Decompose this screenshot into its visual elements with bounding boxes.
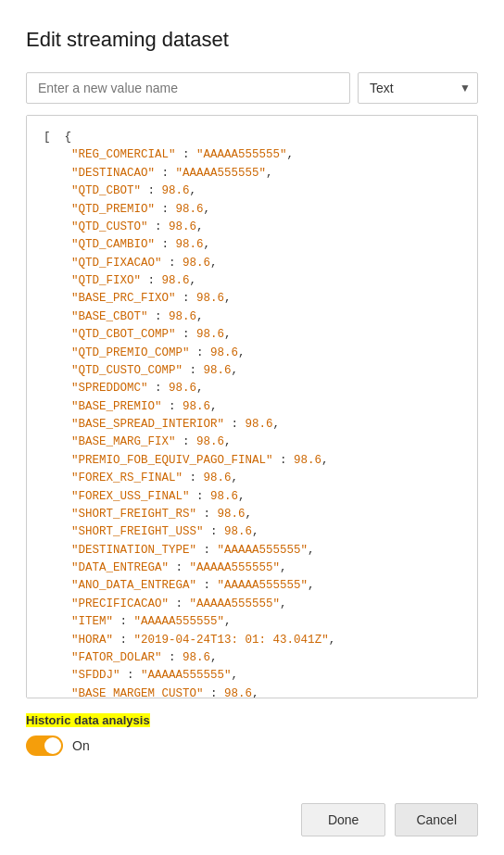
toggle-switch[interactable] [26,736,63,756]
footer-buttons: Done Cancel [26,785,478,836]
toggle-state-label: On [72,738,90,753]
toggle-row: On [26,736,478,756]
historic-section: Historic data analysis On [26,711,478,756]
type-select[interactable]: Text Number Date Yes/No [358,72,478,104]
top-controls: Text Number Date Yes/No ▼ [26,72,478,104]
cancel-button[interactable]: Cancel [395,803,478,836]
value-name-input[interactable] [26,72,350,104]
page-title: Edit streaming dataset [26,28,478,52]
historic-label: Historic data analysis [26,713,150,727]
json-editor[interactable]: [ { "REG_COMERCIAL" : "AAAAA555555", "DE… [26,115,478,698]
toggle-knob [44,737,61,754]
page-container: Edit streaming dataset Text Number Date … [0,0,504,855]
type-select-wrapper: Text Number Date Yes/No ▼ [358,72,478,104]
done-button[interactable]: Done [301,803,385,836]
